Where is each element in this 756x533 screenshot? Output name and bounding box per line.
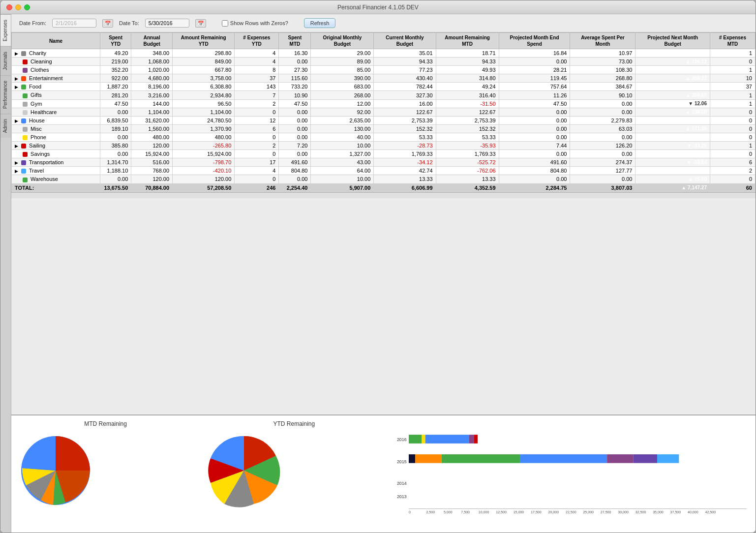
amount-remaining-mtd: -762.06 [436, 167, 499, 175]
curr-monthly: 53.33 [374, 133, 436, 141]
curr-monthly: 782.44 [374, 83, 436, 91]
expenses-ytd: 8 [235, 66, 279, 74]
bottom-section: MTD Remaining [11, 415, 756, 533]
orig-monthly: 268.00 [311, 91, 374, 99]
minimize-button[interactable] [15, 4, 21, 10]
orig-monthly: 10.00 [311, 142, 374, 150]
expenses-ytd: 4 [235, 49, 279, 58]
expenses-ytd: 12 [235, 116, 279, 124]
expenses-ytd: 4 [235, 167, 279, 175]
expenses-ytd: 0 [235, 133, 279, 141]
annual-budget: 768.00 [131, 167, 173, 175]
expenses-ytd: 143 [235, 83, 279, 91]
table-row: Phone 0.00 480.00 480.00 0 0.00 40.00 53… [12, 133, 756, 141]
proj-next-month: ▲ 171.36 [635, 124, 710, 133]
expand-button[interactable]: ▶ [15, 76, 18, 81]
date-to-calendar-button[interactable]: 📅 [195, 19, 206, 28]
avg-spent: 127.77 [570, 167, 635, 175]
row-name: Gifts [12, 91, 100, 99]
close-button[interactable] [6, 4, 12, 10]
expand-button[interactable]: ▶ [15, 51, 18, 56]
maximize-button[interactable] [24, 4, 30, 10]
expand-button[interactable]: ▶ [15, 118, 18, 123]
spent-mtd: 0.00 [279, 150, 311, 158]
amount-remaining-mtd: 152.32 [436, 124, 499, 133]
avg-spent: 126.20 [570, 142, 635, 150]
traffic-lights [6, 4, 30, 10]
svg-text:15,000: 15,000 [513, 510, 524, 514]
proj-next-month: ▲ 60.00 [635, 133, 710, 141]
date-to-input[interactable] [145, 19, 189, 28]
avg-spent: 90.10 [570, 91, 635, 99]
expenses-mtd: 1 [710, 142, 755, 150]
avg-spent: 0.00 [570, 150, 635, 158]
spent-ytd: 189.10 [100, 124, 131, 133]
tab-journals[interactable]: Journals [0, 46, 11, 75]
curr-monthly: 13.33 [374, 175, 436, 183]
orig-monthly: 10.00 [311, 175, 374, 183]
spent-ytd: 0.00 [100, 133, 131, 141]
curr-monthly: 327.30 [374, 91, 436, 99]
svg-rect-16 [633, 454, 657, 463]
svg-rect-14 [519, 454, 606, 463]
date-from-calendar-button[interactable]: 📅 [102, 19, 113, 28]
amount-remaining-mtd: 2,753.39 [436, 116, 499, 124]
amount-remaining-ytd: 120.00 [173, 175, 235, 183]
svg-text:17,500: 17,500 [531, 510, 542, 514]
header-avg-spent: Average Spent Per Month [570, 33, 635, 49]
expenses-mtd: 0 [710, 175, 755, 183]
expenses-mtd: 6 [710, 158, 755, 167]
refresh-button[interactable]: Refresh [304, 18, 336, 28]
amount-remaining-ytd: 480.00 [173, 133, 235, 141]
proj-month-end: 0.00 [499, 133, 570, 141]
svg-text:35,000: 35,000 [653, 510, 664, 514]
table-row: ▶ Travel 1,188.10 768.00 -420.10 4 804.8… [12, 167, 756, 175]
orig-monthly: 92.00 [311, 108, 374, 116]
amount-remaining-ytd: 1,370.90 [173, 124, 235, 133]
proj-next-month: ▲ 3,097.56 [635, 116, 710, 124]
expand-button[interactable]: ▶ [15, 85, 18, 89]
tab-admin[interactable]: Admin [0, 114, 11, 138]
mtd-chart-title: MTD Remaining [16, 420, 195, 427]
tab-performance[interactable]: Performance [0, 75, 11, 114]
show-zeros-label: Show Rows with Zeros? [230, 20, 288, 26]
total-curr-monthly: 6,606.99 [374, 183, 436, 192]
total-annual-budget: 70,884.00 [131, 183, 173, 192]
table-row: Clothes 352.20 1,020.00 667.80 8 27.30 8… [12, 66, 756, 74]
ytd-chart-title: YTD Remaining [205, 420, 383, 427]
expenses-ytd: 7 [235, 91, 279, 99]
horizontal-scrollbar[interactable] [11, 192, 756, 198]
main-content: Date From: 📅 Date To: 📅 Show Rows with Z… [11, 14, 756, 533]
proj-month-end: 16.84 [499, 49, 570, 58]
orig-monthly: 12.00 [311, 99, 374, 108]
svg-text:2,500: 2,500 [426, 510, 435, 514]
proj-month-end: 11.26 [499, 91, 570, 99]
show-zeros-checkbox[interactable] [222, 20, 228, 27]
category-icon [21, 51, 26, 56]
total-spent-mtd: 2,254.40 [279, 183, 311, 192]
amount-remaining-mtd: -525.72 [436, 158, 499, 167]
avg-spent: 0.00 [570, 108, 635, 116]
expand-button[interactable]: ▶ [15, 169, 18, 174]
category-icon [23, 93, 28, 98]
row-name: ▶ Entertainment [12, 74, 100, 83]
category-icon [23, 59, 28, 64]
tab-expenses[interactable]: Expenses [0, 14, 11, 46]
expand-button[interactable]: ▶ [15, 160, 18, 165]
total-label: TOTAL: [12, 183, 100, 192]
date-from-input[interactable] [52, 19, 96, 28]
expenses-mtd: 1 [710, 49, 755, 58]
header-spent-ytd: Spent YTD [100, 33, 131, 49]
spent-mtd: 0.00 [279, 133, 311, 141]
amount-remaining-ytd: 2,934.80 [173, 91, 235, 99]
total-avg-spent: 3,807.03 [570, 183, 635, 192]
table-row: Healthcare 0.00 1,104.00 1,104.00 0 0.00… [12, 108, 756, 116]
spent-mtd: 0.00 [279, 108, 311, 116]
orig-monthly: 1,327.00 [311, 150, 374, 158]
annual-budget: 120.00 [131, 142, 173, 150]
expenses-mtd: 0 [710, 124, 755, 133]
proj-month-end: 0.00 [499, 108, 570, 116]
svg-text:20,000: 20,000 [548, 510, 559, 514]
expenses-ytd: 0 [235, 108, 279, 116]
expand-button[interactable]: ▶ [15, 144, 18, 148]
